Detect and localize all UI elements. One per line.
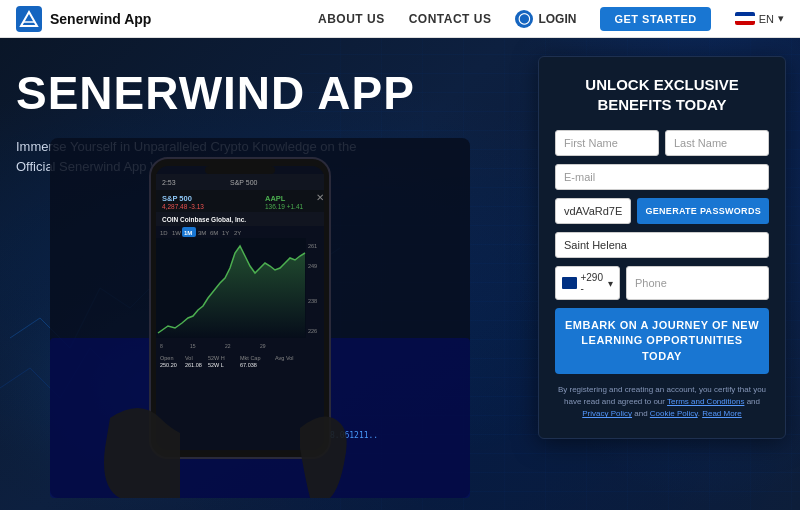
hero-section: SENERWIND APP Immerse Yourself in Unpara… — [0, 38, 800, 510]
nav-login[interactable]: ◯ LOGIN — [515, 10, 576, 28]
embark-button[interactable]: EMBARK ON A JOURNEY OF NEW LEARNING OPPO… — [555, 308, 769, 374]
country-row — [555, 232, 769, 258]
last-name-input[interactable] — [665, 130, 769, 156]
chevron-down-icon: ▾ — [778, 12, 784, 25]
phone-prefix-label: +290 - — [580, 272, 605, 294]
login-label: LOGIN — [538, 12, 576, 26]
email-row — [555, 164, 769, 190]
nav-links: ABOUT US CONTACT US ◯ LOGIN GET STARTED … — [318, 7, 784, 31]
hero-left: SENERWIND APP Immerse Yourself in Unpara… — [16, 68, 486, 178]
terms-link[interactable]: Terms and Conditions — [667, 397, 744, 406]
prefix-chevron-icon: ▾ — [608, 278, 613, 289]
user-icon: ◯ — [515, 10, 533, 28]
hero-title: SENERWIND APP — [16, 68, 486, 119]
first-name-input[interactable] — [555, 130, 659, 156]
cookie-link[interactable]: Cookie Policy — [650, 409, 698, 418]
phone-row: +290 - ▾ — [555, 266, 769, 300]
phone-input[interactable] — [626, 266, 769, 300]
svg-rect-0 — [16, 6, 42, 32]
nav-about[interactable]: ABOUT US — [318, 12, 385, 26]
name-row — [555, 130, 769, 156]
language-selector[interactable]: EN ▾ — [735, 12, 784, 25]
email-input[interactable] — [555, 164, 769, 190]
saint-helena-flag — [562, 277, 577, 289]
logo[interactable]: Senerwind App — [16, 6, 151, 32]
flag-icon — [735, 12, 755, 25]
nav-contact[interactable]: CONTACT US — [409, 12, 492, 26]
hero-subtitle: Immerse Yourself in Unparalleled Crypto … — [16, 137, 396, 179]
privacy-link[interactable]: Privacy Policy — [582, 409, 632, 418]
generate-password-button[interactable]: GENERATE PASSWORDS — [637, 198, 769, 224]
password-input[interactable] — [555, 198, 631, 224]
navbar: Senerwind App ABOUT US CONTACT US ◯ LOGI… — [0, 0, 800, 38]
lang-label: EN — [759, 13, 774, 25]
registration-panel: UNLOCK EXCLUSIVE BENEFITS TODAY GENERATE… — [538, 56, 786, 439]
password-row: GENERATE PASSWORDS — [555, 198, 769, 224]
phone-prefix-selector[interactable]: +290 - ▾ — [555, 266, 620, 300]
country-input[interactable] — [555, 232, 769, 258]
panel-title: UNLOCK EXCLUSIVE BENEFITS TODAY — [555, 75, 769, 114]
get-started-button[interactable]: GET STARTED — [600, 7, 710, 31]
logo-text: Senerwind App — [50, 11, 151, 27]
logo-icon — [16, 6, 42, 32]
terms-text: By registering and creating an account, … — [555, 384, 769, 420]
read-more-link[interactable]: Read More — [702, 409, 742, 418]
